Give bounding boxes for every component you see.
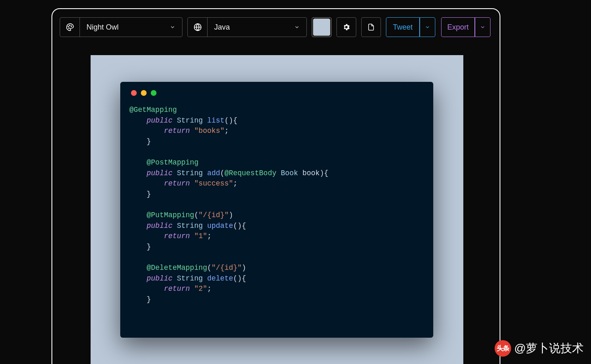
theme-select[interactable]: Night Owl xyxy=(80,18,182,37)
chevron-down-icon xyxy=(170,24,175,30)
svg-point-2 xyxy=(71,26,72,27)
document-icon xyxy=(367,23,375,31)
svg-point-1 xyxy=(69,25,70,26)
chevron-down-icon xyxy=(425,24,430,30)
code-content[interactable]: @GetMapping public String list(){ return… xyxy=(129,105,424,305)
maximize-dot-icon xyxy=(151,90,157,96)
globe-icon xyxy=(188,18,208,37)
app-frame: Night Owl Java xyxy=(51,8,500,364)
language-selector[interactable]: Java xyxy=(187,17,307,37)
code-editor[interactable]: @GetMapping public String list(){ return… xyxy=(120,82,433,338)
background-color-button[interactable] xyxy=(312,17,332,37)
copy-button[interactable] xyxy=(361,17,381,37)
language-value: Java xyxy=(214,23,273,32)
settings-button[interactable] xyxy=(336,17,356,37)
watermark-handle: @萝卜说技术 xyxy=(514,341,584,356)
tweet-button-group: Tweet xyxy=(386,17,435,37)
chevron-down-icon xyxy=(480,24,486,30)
export-button[interactable]: Export xyxy=(441,17,475,37)
minimize-dot-icon xyxy=(141,90,147,96)
tweet-dropdown[interactable] xyxy=(420,17,435,37)
export-dropdown[interactable] xyxy=(475,17,491,37)
watermark-logo-icon: 头条 xyxy=(495,340,511,357)
svg-point-0 xyxy=(68,26,69,27)
chevron-down-icon xyxy=(294,24,300,30)
export-button-group: Export xyxy=(441,17,491,37)
export-label: Export xyxy=(447,23,469,32)
toolbar: Night Owl Java xyxy=(52,9,500,45)
watermark: 头条 @萝卜说技术 xyxy=(495,340,584,357)
svg-point-3 xyxy=(68,28,69,29)
palette-icon xyxy=(60,18,80,37)
gear-icon xyxy=(342,23,350,31)
color-swatch xyxy=(313,19,330,36)
tweet-label: Tweet xyxy=(393,23,413,32)
language-select[interactable]: Java xyxy=(208,18,306,37)
theme-selector[interactable]: Night Owl xyxy=(60,17,182,37)
canvas-area[interactable]: @GetMapping public String list(){ return… xyxy=(91,55,463,364)
theme-value: Night Owl xyxy=(86,23,149,32)
tweet-button[interactable]: Tweet xyxy=(386,17,420,37)
window-controls xyxy=(129,82,424,105)
close-dot-icon xyxy=(131,90,137,96)
